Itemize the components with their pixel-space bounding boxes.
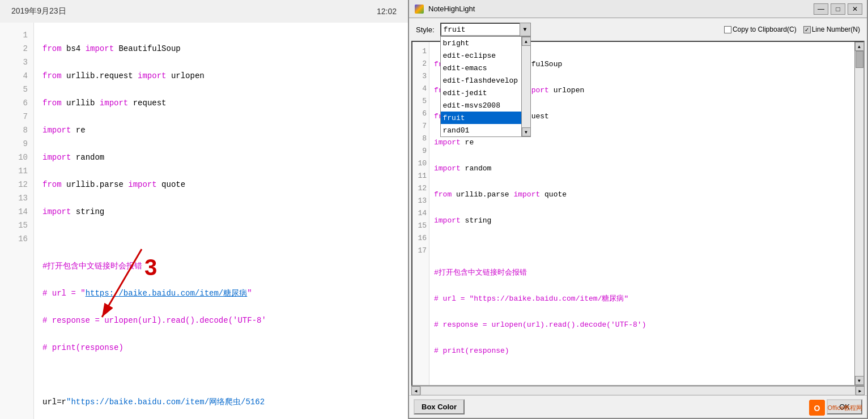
line-number: 16 — [0, 232, 33, 246]
dialog-titlebar: NoteHighLight — □ ✕ — [409, 0, 867, 18]
scroll-up-button[interactable]: ▲ — [855, 42, 864, 51]
dropdown-item-edit-flashdevelop[interactable]: edit-flashdevelop — [441, 74, 530, 87]
line-number: 12 — [0, 178, 33, 191]
checkbox-checked: ✓ — [803, 26, 811, 33]
preview-ln: 16 — [412, 232, 429, 245]
line-number: 1 — [0, 28, 33, 42]
preview-ln: 10 — [412, 157, 429, 170]
code-content[interactable]: from bs4 import BeautifulSoup from urlli… — [34, 23, 408, 419]
line-number: 2 — [0, 42, 33, 55]
style-label: Style: — [416, 25, 435, 34]
dropdown-item-edit-msvs2008[interactable]: edit-msvs2008 — [441, 99, 530, 112]
copy-clipboard-checkbox[interactable]: Copy to Clipboard(C) — [724, 25, 797, 33]
code-line: url=r"https://baike.baidu.com/item/网络爬虫/… — [42, 395, 399, 409]
preview-ln: 4 — [412, 83, 429, 95]
copy-clipboard-label: Copy to Clipboard(C) — [733, 25, 797, 33]
style-select-container: fruit ▼ bright edit-eclipse edit-emacs e… — [440, 23, 531, 36]
dropdown-scroll-down[interactable]: ▼ — [522, 127, 531, 136]
bottom-row: Box Color OK — [409, 395, 867, 418]
style-dropdown: bright edit-eclipse edit-emacs edit-flas… — [440, 36, 531, 137]
preview-ln: 17 — [412, 245, 429, 257]
code-line: from urllib.parse import quote — [42, 178, 399, 191]
code-line: from urllib import request — [42, 96, 399, 110]
preview-ln: 7 — [412, 120, 429, 132]
office-icon: O — [809, 400, 825, 416]
style-row: Style: fruit ▼ bright edit-eclipse edit-… — [409, 18, 867, 41]
preview-ln: 9 — [412, 145, 429, 157]
preview-ln: 8 — [412, 132, 429, 145]
dropdown-item-bright[interactable]: bright — [441, 37, 530, 49]
dialog-title: NoteHighLight — [428, 5, 814, 13]
line-number-checkbox[interactable]: ✓ Line Number(N) — [803, 25, 860, 33]
preview-ln: 11 — [412, 170, 429, 182]
style-select[interactable]: fruit — [440, 23, 531, 36]
dropdown-item-edit-eclipse[interactable]: edit-eclipse — [441, 49, 530, 62]
line-number: 9 — [0, 137, 33, 151]
annotation-3: 3 — [144, 255, 157, 280]
scroll-thumb[interactable] — [856, 51, 863, 68]
code-line — [42, 368, 399, 382]
time-display: 12:02 — [377, 7, 397, 16]
line-number: 15 — [0, 219, 33, 232]
vertical-scrollbar[interactable]: ▲ ▼ — [854, 42, 863, 385]
checkbox-unchecked — [724, 26, 731, 33]
line-number: 14 — [0, 205, 33, 219]
line-number: 8 — [0, 123, 33, 137]
preview-ln: 5 — [412, 95, 429, 108]
line-number: 7 — [0, 110, 33, 123]
line-number: 6 — [0, 96, 33, 110]
horizontal-scrollbar[interactable]: ◀ ▶ — [411, 386, 865, 395]
watermark: O Office教程网 — [809, 400, 862, 416]
style-dropdown-arrow[interactable]: ▼ — [520, 23, 531, 36]
code-line: # print(response) — [42, 341, 399, 354]
code-line: import re — [42, 123, 399, 137]
dialog-icon — [414, 3, 425, 15]
preview-ln: 1 — [412, 45, 429, 58]
code-editor: 1 2 3 4 5 6 7 8 9 10 11 12 13 14 15 16 f… — [0, 23, 408, 419]
dropdown-item-edit-emacs[interactable]: edit-emacs — [441, 62, 530, 74]
line-number: 13 — [0, 191, 33, 205]
app-icon — [415, 5, 424, 14]
code-line: import random — [42, 151, 399, 164]
scroll-left-button[interactable]: ◀ — [411, 386, 420, 395]
line-number: 10 — [0, 151, 33, 164]
close-button[interactable]: ✕ — [848, 3, 862, 15]
code-line: from bs4 import BeautifulSoup — [42, 42, 399, 55]
code-line: from urllib.request import urlopen — [42, 69, 399, 83]
annotation-arrow-3 — [85, 243, 170, 328]
window-controls: — □ ✕ — [814, 3, 862, 15]
box-color-button[interactable]: Box Color — [414, 399, 465, 414]
minimize-button[interactable]: — — [814, 3, 828, 15]
dropdown-item-rand01[interactable]: rand01 — [441, 124, 530, 136]
style-selected-value: fruit — [444, 25, 466, 34]
line-number: 3 — [0, 55, 33, 69]
preview-ln: 6 — [412, 108, 429, 120]
line-numbers: 1 2 3 4 5 6 7 8 9 10 11 12 13 14 15 16 — [0, 23, 34, 419]
line-number: 5 — [0, 83, 33, 96]
preview-ln: 12 — [412, 182, 429, 195]
dropdown-item-edit-jedit[interactable]: edit-jedit — [441, 87, 530, 99]
scroll-right-button[interactable]: ▶ — [856, 386, 865, 395]
watermark-text: Office教程网 — [827, 404, 862, 412]
preview-line-numbers: 1 2 3 4 5 6 7 8 9 10 11 12 13 14 15 16 1… — [412, 42, 429, 385]
checkbox-area: Copy to Clipboard(C) ✓ Line Number(N) — [724, 25, 860, 33]
date-display: 2019年9月23日 — [11, 6, 66, 16]
h-scroll-track — [420, 386, 856, 395]
line-number-label: Line Number(N) — [812, 25, 860, 33]
scroll-track — [855, 51, 863, 376]
dropdown-scroll-up[interactable]: ▲ — [522, 37, 531, 46]
notehighlight-dialog: NoteHighLight — □ ✕ Style: fruit ▼ brigh… — [408, 0, 868, 419]
preview-ln: 13 — [412, 195, 429, 207]
svg-line-5 — [102, 249, 142, 317]
preview-ln: 3 — [412, 70, 429, 83]
scroll-down-button[interactable]: ▼ — [855, 376, 864, 385]
preview-ln: 15 — [412, 220, 429, 232]
code-line: import string — [42, 205, 399, 219]
preview-ln: 2 — [412, 58, 429, 70]
line-number: 11 — [0, 164, 33, 178]
line-number: 4 — [0, 69, 33, 83]
dropdown-item-fruit[interactable]: fruit — [441, 112, 530, 124]
maximize-button[interactable]: □ — [831, 3, 845, 15]
preview-ln: 14 — [412, 207, 429, 220]
desktop: 2019年9月23日 12:02 1 2 3 4 5 6 7 8 9 10 11… — [0, 0, 868, 419]
